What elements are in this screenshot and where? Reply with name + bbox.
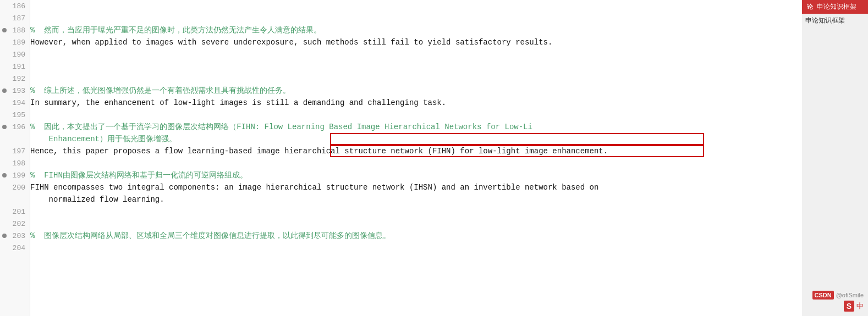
editor-container: 1861871881891901911921931941951961971981… [0, 0, 868, 316]
side-panel-text: 申论知识框架 [805, 17, 845, 25]
line-number-199: 199 [0, 169, 30, 181]
line-number-191: 191 [0, 60, 30, 73]
line-number-204: 204 [0, 242, 30, 254]
line-number-198: 198 [0, 157, 30, 169]
code-line: % 图像层次结构网络从局部、区域和全局三个维度对图像信息进行提取，以此得到尽可能… [30, 230, 868, 242]
line-number-189: 189 [0, 36, 30, 48]
s-logo: S [844, 301, 854, 312]
line-number-186: 186 [0, 0, 30, 12]
code-content[interactable]: % 然而，当应用于曝光严重不足的图像时，此类方法仍然无法产生令人满意的结果。Ho… [30, 0, 868, 316]
line-number-cont [0, 193, 30, 206]
code-line [30, 242, 868, 254]
code-line [30, 60, 868, 73]
side-panel-header: 论 申论知识框架 [802, 0, 868, 14]
panel-logo: 论 [805, 2, 815, 12]
line-number-201: 201 [0, 206, 30, 218]
line-numbers: 1861871881891901911921931941951961971981… [0, 0, 30, 316]
code-line [30, 0, 868, 12]
line-number-195: 195 [0, 109, 30, 121]
line-number-203: 203 [0, 230, 30, 242]
line-number-187: 187 [0, 12, 30, 24]
side-panel-title: 申论知识框架 [817, 2, 856, 12]
side-panel[interactable]: 论 申论知识框架 申论知识框架 CSDN @ofiSmile S 中 [802, 0, 868, 316]
line-number-200: 200 [0, 181, 30, 193]
code-line [30, 206, 868, 218]
code-line [30, 12, 868, 24]
code-line: % 然而，当应用于曝光严重不足的图像时，此类方法仍然无法产生令人满意的结果。 [30, 24, 868, 36]
s-watermark: S 中 [844, 301, 864, 312]
code-line-continuation: Enhancement）用于低光图像增强。 [30, 133, 868, 145]
code-line [30, 48, 868, 60]
code-line [30, 73, 868, 85]
code-line: Hence, this paper proposes a flow learni… [30, 145, 868, 157]
line-number-cont [0, 133, 30, 145]
line-number-193: 193 [0, 85, 30, 97]
line-number-196: 196 [0, 121, 30, 133]
code-line [30, 109, 868, 121]
line-number-202: 202 [0, 218, 30, 230]
line-number-192: 192 [0, 73, 30, 85]
code-line: % 综上所述，低光图像增强仍然是一个有着强烈需求且具有挑战性的任务。 [30, 85, 868, 97]
csdn-logo: CSDN [812, 291, 834, 300]
code-line: FIHN encompasses two integral components… [30, 181, 868, 193]
code-line [30, 157, 868, 169]
cn-label: 中 [856, 301, 864, 311]
line-number-197: 197 [0, 145, 30, 157]
line-number-188: 188 [0, 24, 30, 36]
line-number-190: 190 [0, 48, 30, 60]
code-line: % FIHN由图像层次结构网络和基于归一化流的可逆网络组成。 [30, 169, 868, 181]
csdn-username: @ofiSmile [836, 292, 864, 298]
line-number-194: 194 [0, 97, 30, 109]
code-line: % 因此，本文提出了一个基于流学习的图像层次结构网络（FIHN: Flow Le… [30, 121, 868, 133]
code-line: In summary, the enhancement of low-light… [30, 97, 868, 109]
code-line [30, 218, 868, 230]
code-line-continuation: normalized flow learning. [30, 193, 868, 206]
code-line: However, when applied to images with sev… [30, 36, 868, 48]
watermark-area: CSDN @ofiSmile [812, 291, 864, 300]
side-panel-content: 申论知识框架 [802, 14, 868, 316]
